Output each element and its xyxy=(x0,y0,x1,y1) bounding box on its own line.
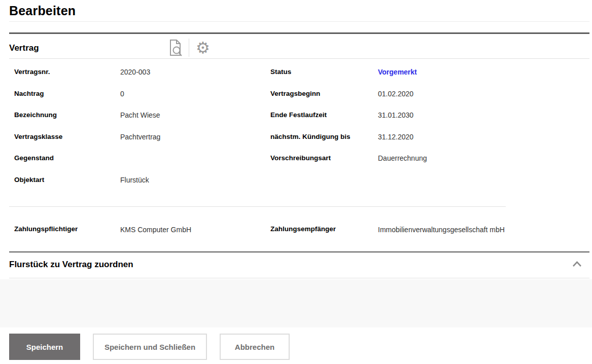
page-title: Bearbeiten xyxy=(9,4,76,18)
action-bar: Speichern Speichern und Schließen Abbrec… xyxy=(9,334,290,360)
field-value: Immobilienverwaltungsgesellschaft mbH xyxy=(378,225,507,235)
contract-fields-right: Status Vorgemerkt Vertragsbeginn 01.02.2… xyxy=(270,65,524,173)
field-value: Flurstück xyxy=(120,176,149,184)
field-vorschreibungsart: Vorschreibungsart Dauerrechnung xyxy=(270,151,524,173)
field-value: 31.12.2020 xyxy=(378,133,413,141)
section-divider-dark xyxy=(9,251,589,252)
field-value: Pacht Wiese xyxy=(120,111,160,119)
field-label: Bezeichnung xyxy=(14,111,120,119)
assign-section-title: Flurstück zu Vertrag zuordnen xyxy=(9,260,133,270)
section-divider-dark xyxy=(9,32,589,34)
divider xyxy=(9,58,589,59)
contract-fields-left: Vertragsnr. 2020-003 Nachtrag 0 Bezeichn… xyxy=(14,65,263,194)
assign-panel: × xyxy=(0,279,592,327)
field-objektart: Objektart Flurstück xyxy=(14,173,263,195)
field-status: Status Vorgemerkt xyxy=(270,65,524,87)
cancel-button[interactable]: Abbrechen xyxy=(220,334,290,360)
field-value: Dauerrechnung xyxy=(378,154,427,162)
field-label: Vertragsklasse xyxy=(14,133,120,140)
field-value: 31.01.2030 xyxy=(378,111,413,119)
gear-icon[interactable]: ⚙ xyxy=(194,39,212,57)
save-button[interactable]: Speichern xyxy=(9,334,80,360)
field-value: 2020-003 xyxy=(120,68,150,76)
field-label: Vorschreibungsart xyxy=(270,154,378,162)
field-label: Status xyxy=(270,68,378,76)
divider xyxy=(9,206,506,207)
field-label: Zahlungsempfänger xyxy=(270,225,378,233)
field-label: Gegenstand xyxy=(14,154,120,162)
field-label: Vertragsbeginn xyxy=(270,90,378,97)
field-nachtrag: Nachtrag 0 xyxy=(14,87,263,108)
field-label: Objektart xyxy=(14,176,120,184)
field-vertragsbeginn: Vertragsbeginn 01.02.2020 xyxy=(270,87,524,108)
field-label: nächstm. Kündigung bis xyxy=(270,133,378,140)
field-zahlungsempfaenger: Zahlungsempfänger Immobilienverwaltungsg… xyxy=(270,225,507,235)
field-value: Pachtvertrag xyxy=(120,133,160,141)
field-gegenstand: Gegenstand xyxy=(14,151,263,173)
field-zahlungspflichtiger: Zahlungspflichtiger KMS Computer GmbH xyxy=(14,225,191,235)
field-kuendigung-bis: nächstm. Kündigung bis 31.12.2020 xyxy=(270,130,524,152)
chevron-up-icon[interactable] xyxy=(570,259,583,270)
field-label: Nachtrag xyxy=(14,90,120,97)
field-value: KMS Computer GmbH xyxy=(120,225,191,235)
field-label: Vertragsnr. xyxy=(14,68,120,76)
field-value: 01.02.2020 xyxy=(378,90,413,98)
divider xyxy=(9,21,589,22)
toolbar-divider xyxy=(189,39,189,57)
field-vertragsnr: Vertragsnr. 2020-003 xyxy=(14,65,263,87)
field-vertragsklasse: Vertragsklasse Pachtvertrag xyxy=(14,130,263,152)
field-ende-festlaufzeit: Ende Festlaufzeit 31.01.2030 xyxy=(270,108,524,130)
document-search-icon[interactable] xyxy=(167,39,184,57)
contract-section-title: Vertrag xyxy=(9,43,39,53)
field-bezeichnung: Bezeichnung Pacht Wiese xyxy=(14,108,263,130)
divider xyxy=(9,278,589,278)
save-and-close-button[interactable]: Speichern und Schließen xyxy=(93,334,207,360)
field-value: 0 xyxy=(120,90,124,98)
field-label: Zahlungspflichtiger xyxy=(14,225,120,233)
field-label: Ende Festlaufzeit xyxy=(270,111,378,119)
status-value-link[interactable]: Vorgemerkt xyxy=(378,68,417,76)
